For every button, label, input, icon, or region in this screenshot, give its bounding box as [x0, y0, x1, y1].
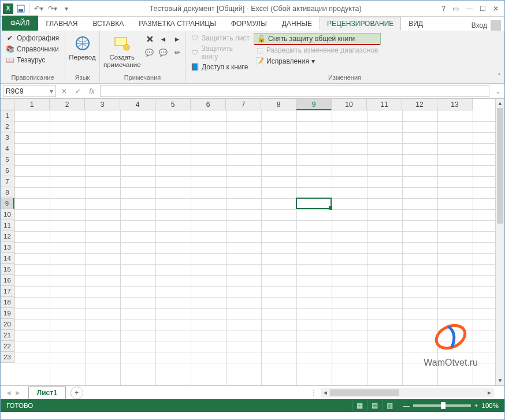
row-header[interactable]: 20	[1, 319, 14, 330]
delete-comment-button[interactable]: 🗙	[143, 33, 156, 46]
row-header[interactable]: 16	[1, 275, 14, 286]
add-sheet-button[interactable]: +	[70, 386, 83, 399]
login-area[interactable]: Вход	[471, 20, 504, 31]
cancel-formula-button[interactable]: ✕	[58, 86, 70, 97]
column-header[interactable]: 13	[437, 99, 473, 110]
thesaurus-button[interactable]: 📖Тезаурус	[4, 55, 60, 65]
column-header[interactable]: 1	[14, 99, 50, 110]
tab-data[interactable]: ДАННЫЕ	[274, 17, 320, 31]
show-comment-button[interactable]: 💬	[143, 46, 156, 59]
row-header[interactable]: 1	[1, 110, 14, 121]
select-all-corner[interactable]	[1, 99, 14, 110]
next-comment-button[interactable]: ►	[171, 33, 184, 46]
scroll-right-button[interactable]: ►	[485, 389, 494, 396]
tab-insert[interactable]: ВСТАВКА	[85, 17, 131, 31]
row-header[interactable]: 7	[1, 176, 14, 187]
insert-function-button[interactable]: fx	[86, 86, 98, 97]
row-header[interactable]: 21	[1, 330, 14, 341]
undo-button[interactable]: ↶▾	[32, 2, 45, 15]
track-changes-button[interactable]: 📝Исправления ▾	[254, 56, 381, 66]
row-header[interactable]: 18	[1, 297, 14, 308]
row-header[interactable]: 2	[1, 121, 14, 132]
row-header[interactable]: 10	[1, 209, 14, 220]
horizontal-scrollbar[interactable]: ◄ ►	[321, 388, 494, 397]
zoom-out-button[interactable]: —	[403, 402, 410, 409]
column-header[interactable]: 12	[402, 99, 437, 110]
protect-sheet-button[interactable]: 🛡Защитить лист	[189, 33, 251, 43]
tab-review[interactable]: РЕЦЕНЗИРОВАНИЕ	[320, 17, 401, 31]
qat-customize-button[interactable]: ▾	[60, 2, 73, 15]
row-header[interactable]: 19	[1, 308, 14, 319]
help-button[interactable]: ?	[441, 5, 445, 13]
sheet-tab-active[interactable]: Лист1	[28, 386, 66, 399]
split-handle[interactable]: ⋮	[310, 389, 317, 397]
tab-view[interactable]: ВИД	[401, 17, 430, 31]
ribbon-options-button[interactable]: ▭	[452, 5, 459, 13]
name-box[interactable]: R9C9▾	[3, 86, 56, 97]
page-layout-view-button[interactable]: ▤	[367, 400, 382, 411]
column-header[interactable]: 7	[226, 99, 261, 110]
row-header[interactable]: 9	[1, 198, 14, 209]
spelling-button[interactable]: ✔Орфография	[4, 33, 60, 43]
vscroll-thumb[interactable]	[497, 108, 503, 224]
tab-formulas[interactable]: ФОРМУЛЫ	[224, 17, 274, 31]
tab-file[interactable]: ФАЙЛ	[2, 16, 38, 31]
enter-formula-button[interactable]: ✓	[72, 86, 84, 97]
allow-ranges-button[interactable]: ⬚Разрешить изменение диапазонов	[254, 45, 381, 55]
scroll-up-button[interactable]: ▲	[496, 99, 504, 108]
row-header[interactable]: 17	[1, 286, 14, 297]
expand-formula-bar-button[interactable]: ⌄	[494, 87, 502, 95]
page-break-view-button[interactable]: ▥	[382, 400, 397, 411]
column-header[interactable]: 4	[120, 99, 155, 110]
save-button[interactable]	[14, 2, 27, 15]
translate-button[interactable]: Перевод	[69, 33, 96, 73]
column-header[interactable]: 6	[191, 99, 226, 110]
column-header[interactable]: 9	[296, 99, 332, 110]
formula-input[interactable]	[100, 86, 489, 97]
row-header[interactable]: 14	[1, 253, 14, 264]
tab-layout[interactable]: РАЗМЕТКА СТРАНИЦЫ	[131, 17, 224, 31]
column-header[interactable]: 11	[367, 99, 402, 110]
maximize-button[interactable]: ☐	[480, 5, 486, 13]
row-header[interactable]: 12	[1, 231, 14, 242]
column-header[interactable]: 10	[332, 99, 367, 110]
row-header[interactable]: 23	[1, 352, 14, 363]
sheet-nav-prev[interactable]: ◄	[5, 389, 12, 397]
unprotect-shared-book-button[interactable]: 🔓Снять защиту общей книги	[254, 33, 381, 44]
column-header[interactable]: 5	[155, 99, 191, 110]
row-header[interactable]: 5	[1, 154, 14, 165]
research-button[interactable]: 📚Справочники	[4, 44, 60, 54]
row-header[interactable]: 22	[1, 341, 14, 352]
tab-home[interactable]: ГЛАВНАЯ	[38, 17, 85, 31]
collapse-ribbon-button[interactable]: ˄	[497, 73, 501, 81]
row-header[interactable]: 8	[1, 187, 14, 198]
cells-area[interactable]: WamOtvet.ru	[14, 110, 495, 385]
vertical-scrollbar[interactable]: ▲ ▼	[495, 99, 504, 385]
redo-button[interactable]: ↷▾	[46, 2, 59, 15]
zoom-in-button[interactable]: +	[474, 402, 478, 409]
hscroll-thumb[interactable]	[330, 389, 399, 396]
sheet-nav-next[interactable]: ►	[14, 389, 21, 397]
zoom-thumb[interactable]	[441, 402, 445, 409]
scroll-left-button[interactable]: ◄	[321, 389, 330, 396]
protect-book-button[interactable]: 🛡Защитить книгу	[189, 44, 251, 61]
column-header[interactable]: 2	[50, 99, 85, 110]
row-header[interactable]: 4	[1, 143, 14, 154]
new-comment-button[interactable]: Создать примечание	[103, 33, 141, 73]
show-ink-button[interactable]: ✏	[171, 46, 184, 59]
row-header[interactable]: 13	[1, 242, 14, 253]
row-header[interactable]: 15	[1, 264, 14, 275]
minimize-button[interactable]: —	[466, 5, 473, 13]
row-header[interactable]: 3	[1, 132, 14, 143]
show-all-comments-button[interactable]: 💬	[157, 46, 170, 59]
column-header[interactable]: 3	[85, 99, 120, 110]
share-book-button[interactable]: 📘Доступ к книге	[189, 62, 251, 72]
column-header[interactable]: 8	[261, 99, 296, 110]
row-header[interactable]: 11	[1, 220, 14, 231]
zoom-slider[interactable]	[413, 404, 471, 407]
normal-view-button[interactable]: ▦	[352, 400, 367, 411]
close-button[interactable]: ✕	[493, 5, 499, 13]
scroll-down-button[interactable]: ▼	[496, 376, 504, 385]
row-header[interactable]: 6	[1, 165, 14, 176]
prev-comment-button[interactable]: ◄	[157, 33, 170, 46]
